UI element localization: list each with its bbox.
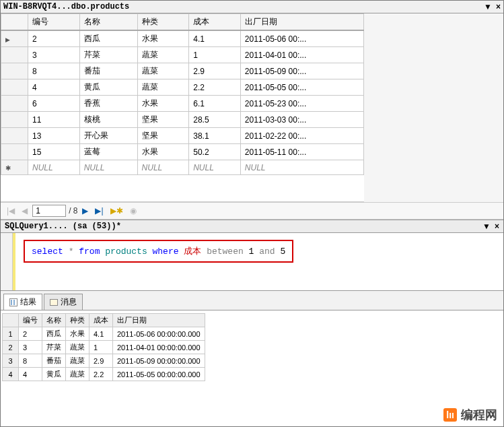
cell[interactable]: 11 [28,112,80,128]
pin-icon[interactable]: ▼ [482,222,491,231]
cell[interactable]: 番茄 [79,63,137,79]
cell[interactable]: 15 [28,144,80,160]
row-selector[interactable] [1,128,28,144]
tab-messages[interactable]: 消息 [44,294,83,310]
result-cell[interactable]: 8 [19,354,42,368]
result-cell[interactable]: 芹菜 [42,341,66,354]
cell[interactable]: 核桃 [79,112,137,128]
cell[interactable]: 6.1 [189,96,241,112]
result-cell[interactable]: 1 [89,341,113,354]
cell[interactable]: 13 [28,128,80,144]
row-selector[interactable] [1,79,28,96]
cell[interactable]: 2011-03-03 00:... [240,112,363,128]
result-cell[interactable]: 2.2 [89,368,113,381]
cell[interactable]: 2011-05-11 00:... [240,144,363,160]
rcol-name[interactable]: 名称 [42,314,66,327]
cell[interactable]: 蓝莓 [79,144,137,160]
col-kind[interactable]: 种类 [137,14,189,31]
cell[interactable]: 水果 [137,96,189,112]
cell[interactable]: 蔬菜 [137,63,189,79]
table-row[interactable]: 6香蕉水果6.12011-05-23 00:... [1,96,364,112]
cell[interactable]: 2.2 [189,79,241,96]
cell[interactable]: 8 [28,63,80,79]
close-icon[interactable]: × [496,2,501,11]
tab-results[interactable]: 结果 [3,294,42,310]
cell[interactable]: 2011-04-01 00:... [240,47,363,63]
result-row[interactable]: 44黄瓜蔬菜2.22011-05-05 00:00:00.000 [3,368,205,381]
page-input[interactable] [32,205,66,217]
row-selector[interactable] [1,47,28,63]
prev-page-icon[interactable]: ◀ [20,206,30,216]
cell[interactable]: 4.1 [189,30,241,47]
rcol-date[interactable]: 出厂日期 [113,314,205,327]
result-row[interactable]: 12西瓜水果4.12011-05-06 00:00:00.000 [3,327,205,341]
cell[interactable]: 香蕉 [79,96,137,112]
null-cell[interactable]: NULL [189,160,241,175]
result-cell[interactable]: 蔬菜 [66,354,89,368]
top-tab-title[interactable]: WIN-B8RVQT4...dbo.products [3,2,129,11]
rcol-id[interactable]: 编号 [19,314,42,327]
rcol-kind[interactable]: 种类 [66,314,89,327]
new-row-selector[interactable] [1,160,28,175]
result-cell[interactable]: 蔬菜 [66,341,89,354]
cell[interactable]: 3 [28,47,80,63]
col-date[interactable]: 出厂日期 [240,14,363,31]
query-tab-title[interactable]: SQLQuery1.... (sa (53))* [5,222,121,231]
col-name[interactable]: 名称 [79,14,137,31]
table-row[interactable]: 4黄瓜蔬菜2.22011-05-05 00:... [1,79,364,96]
result-cell[interactable]: 3 [19,341,42,354]
cell[interactable]: 2011-05-23 00:... [240,96,363,112]
next-page-icon[interactable]: ▶ [80,206,90,216]
table-row[interactable]: 8番茄蔬菜2.92011-05-09 00:... [1,63,364,79]
row-selector[interactable] [1,112,28,128]
cell[interactable]: 28.5 [189,112,241,128]
table-row[interactable]: 13开心果坚果38.12011-02-22 00:... [1,128,364,144]
cell[interactable]: 2011-02-22 00:... [240,128,363,144]
table-row[interactable]: 11核桃坚果28.52011-03-03 00:... [1,112,364,128]
result-cell[interactable]: 2 [19,327,42,341]
null-cell[interactable]: NULL [137,160,189,175]
row-selector[interactable] [1,144,28,160]
table-row[interactable]: 3芹菜蔬菜12011-04-01 00:... [1,47,364,63]
null-cell[interactable]: NULL [79,160,137,175]
first-page-icon[interactable]: |◀ [5,206,17,216]
cell[interactable]: 西瓜 [79,30,137,47]
data-grid[interactable]: 编号 名称 种类 成本 出厂日期 2西瓜水果4.12011-05-06 00:.… [1,13,364,175]
cell[interactable]: 坚果 [137,128,189,144]
result-cell[interactable]: 西瓜 [42,327,66,341]
cell[interactable]: 2 [28,30,80,47]
cell[interactable]: 蔬菜 [137,47,189,63]
cell[interactable]: 38.1 [189,128,241,144]
cell[interactable]: 黄瓜 [79,79,137,96]
cell[interactable]: 2011-05-09 00:... [240,63,363,79]
cell[interactable]: 蔬菜 [137,79,189,96]
cell[interactable]: 坚果 [137,112,189,128]
new-row-icon[interactable]: ▶✱ [108,206,125,216]
col-id[interactable]: 编号 [28,14,80,31]
result-cell[interactable]: 水果 [66,327,89,341]
cell[interactable]: 1 [189,47,241,63]
cell[interactable]: 2.9 [189,63,241,79]
cell[interactable]: 2011-05-05 00:... [240,79,363,96]
cell[interactable]: 6 [28,96,80,112]
cell[interactable]: 50.2 [189,144,241,160]
row-selector[interactable] [1,30,28,47]
result-cell[interactable]: 2011-04-01 00:00:00.000 [113,341,205,354]
table-row[interactable]: 2西瓜水果4.12011-05-06 00:... [1,30,364,47]
result-cell[interactable]: 2011-05-05 00:00:00.000 [113,368,205,381]
cell[interactable]: 4 [28,79,80,96]
cell[interactable]: 芹菜 [79,47,137,63]
rcol-cost[interactable]: 成本 [89,314,113,327]
result-row[interactable]: 38番茄蔬菜2.92011-05-09 00:00:00.000 [3,354,205,368]
result-cell[interactable]: 黄瓜 [42,368,66,381]
result-cell[interactable]: 4 [19,368,42,381]
result-cell[interactable]: 番茄 [42,354,66,368]
row-selector[interactable] [1,96,28,112]
cell[interactable]: 2011-05-06 00:... [240,30,363,47]
result-row[interactable]: 23芹菜蔬菜12011-04-01 00:00:00.000 [3,341,205,354]
row-selector[interactable] [1,63,28,79]
result-cell[interactable]: 2011-05-09 00:00:00.000 [113,354,205,368]
sql-editor[interactable]: select * from products where 成本 between … [1,233,503,290]
result-cell[interactable]: 4.1 [89,327,113,341]
null-cell[interactable]: NULL [28,160,80,175]
